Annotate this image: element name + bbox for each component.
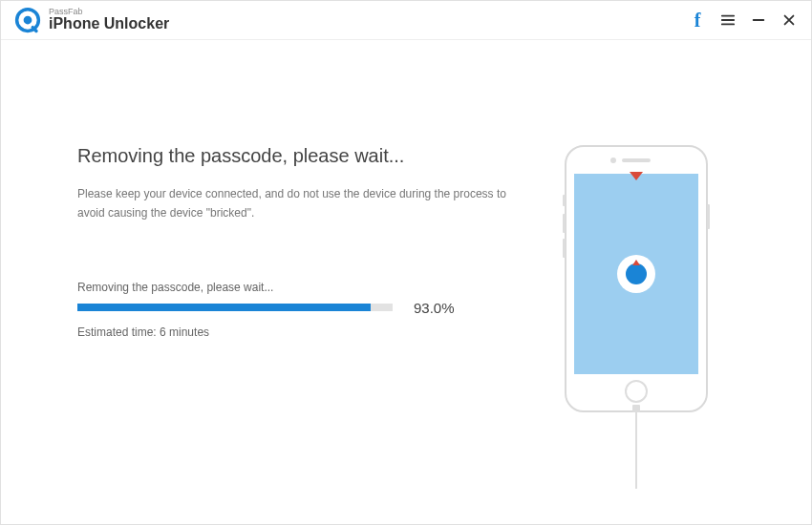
progress-bar [77,304,393,311]
titlebar-left: PassFab iPhone Unlocker [14,7,169,33]
phone-outline-icon [565,145,708,412]
progress-fill [77,304,371,311]
usb-cable-icon [635,412,637,489]
minimize-icon[interactable] [750,11,767,29]
estimated-time: Estimated time: 6 minutes [77,326,526,339]
phone-screen-icon [574,174,698,374]
progress-percent: 93.0% [414,300,455,316]
content-area: Removing the passcode, please wait... Pl… [1,40,811,525]
close-icon[interactable] [780,11,798,29]
pointer-down-icon [630,172,643,180]
instruction-text: Please keep your device connected, and d… [77,184,517,223]
brand-large: iPhone Unlocker [49,16,169,32]
home-button-icon [625,380,648,403]
phone-camera-icon [610,158,616,163]
phone-speaker-icon [622,158,651,162]
phone-wrap [565,145,708,489]
app-logo-icon [14,7,41,33]
menu-icon[interactable] [719,11,737,29]
app-title: PassFab iPhone Unlocker [49,8,169,32]
titlebar-right: f [689,11,798,29]
phone-power-button-icon [707,204,710,229]
device-illustration [526,145,746,489]
app-window: PassFab iPhone Unlocker f Removing the p… [0,0,812,525]
progress-row: 93.0% [77,300,526,316]
svg-point-1 [24,16,32,25]
compass-core-icon [626,263,647,284]
facebook-icon[interactable]: f [689,11,706,29]
phone-mute-switch-icon [563,195,566,206]
progress-label: Removing the passcode, please wait... [77,281,526,294]
page-heading: Removing the passcode, please wait... [77,145,526,167]
compass-icon [617,255,655,293]
titlebar: PassFab iPhone Unlocker f [1,1,811,40]
status-panel: Removing the passcode, please wait... Pl… [77,145,526,489]
phone-volume-down-icon [563,239,566,258]
phone-volume-up-icon [563,214,566,233]
